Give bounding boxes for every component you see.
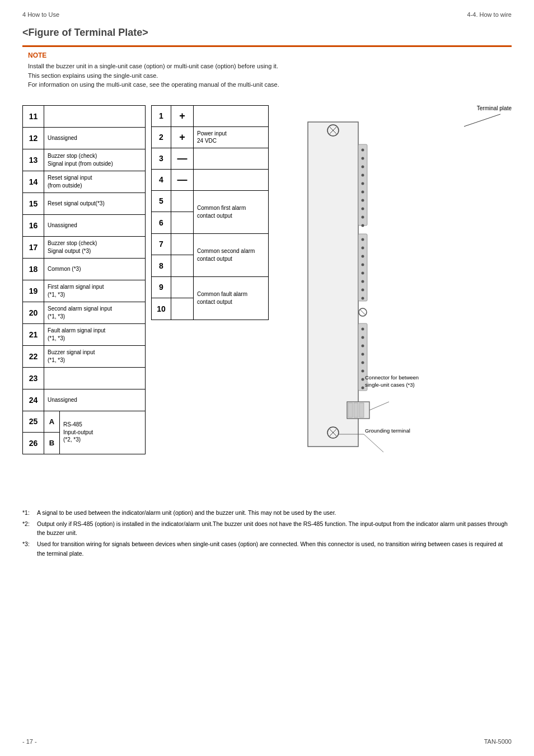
svg-point-42	[362, 361, 364, 364]
svg-point-19	[362, 173, 364, 176]
svg-point-28	[362, 246, 364, 249]
right-sym-10	[171, 298, 193, 320]
svg-line-50	[369, 402, 389, 410]
terminal-label-11	[44, 106, 51, 127]
svg-point-34	[362, 297, 364, 299]
svg-rect-47	[348, 403, 353, 417]
terminal-num-16: 16	[23, 215, 44, 236]
right-sym-3: —	[171, 148, 194, 169]
svg-point-31	[362, 271, 364, 274]
terminal-label-17: Buzzer stop (check)Signal output (*3)	[44, 237, 100, 258]
table-row: 5 6 Common first alarmcontact output	[152, 191, 268, 234]
right-sym-4: —	[171, 170, 194, 190]
svg-point-22	[362, 199, 364, 201]
right-sym-5	[171, 191, 193, 212]
footnotes: *1: A signal to be used between the indi…	[22, 508, 512, 558]
terminal-label-23	[44, 368, 51, 389]
right-sym-1: +	[171, 106, 194, 126]
terminal-num-23: 23	[23, 368, 44, 389]
grounding-label: Grounding terminal	[365, 427, 410, 434]
right-label-4	[194, 170, 200, 190]
note-label: NOTE	[28, 51, 506, 59]
terminal-label-25-26: RS-485Input-output(*2, *3)	[60, 411, 96, 454]
terminal-num-20: 20	[23, 302, 44, 323]
svg-point-23	[362, 207, 364, 210]
svg-point-20	[362, 182, 364, 185]
right-terminals-table: 1 + 2 + Power input24 VDC 3 — 4 —	[151, 105, 269, 320]
svg-point-24	[362, 215, 364, 218]
header-right: 4-4. How to wire	[467, 11, 512, 18]
table-row: 13 Buzzer stop (check)Signal input (from…	[23, 149, 145, 171]
header-left: 4 How to Use	[22, 11, 59, 18]
svg-rect-1	[308, 122, 358, 447]
footnote-marker-1: *1:	[22, 508, 35, 517]
svg-point-43	[362, 369, 364, 372]
footnote-1: *1: A signal to be used between the indi…	[22, 508, 512, 517]
terminal-label-16: Unassigned	[44, 215, 81, 236]
svg-point-38	[362, 327, 364, 330]
footnote-text-1: A signal to be used between the indicato…	[37, 508, 336, 517]
terminal-num-21: 21	[23, 324, 44, 345]
terminal-sub-A: A	[44, 411, 59, 433]
note-line-1: Install the buzzer unit in a single-unit…	[28, 62, 506, 71]
svg-point-30	[362, 263, 364, 266]
table-row: 24 Unassigned	[23, 389, 145, 411]
svg-point-45	[362, 386, 364, 389]
right-label-7-8: Common second alarmcontact output	[194, 234, 258, 276]
terminal-num-11: 11	[23, 106, 44, 127]
svg-rect-49	[359, 403, 364, 417]
terminal-num-25: 25	[23, 411, 44, 433]
svg-point-21	[362, 190, 364, 193]
table-row: 11	[23, 106, 145, 128]
terminal-plate-arrow-svg	[388, 110, 512, 132]
page-footer: - 17 - TAN-5000	[22, 738, 512, 745]
terminal-label-22: Buzzer signal input(*1, *3)	[44, 346, 99, 367]
terminal-num-19: 19	[23, 280, 44, 302]
table-row: 1 +	[152, 106, 268, 127]
note-box: NOTE Install the buzzer unit in a single…	[22, 45, 512, 94]
right-terminals-area: 1 + 2 + Power input24 VDC 3 — 4 —	[151, 105, 269, 320]
right-sym-8	[171, 255, 193, 276]
table-row: 17 Buzzer stop (check)Signal output (*3)	[23, 237, 145, 259]
footer-model: TAN-5000	[484, 738, 512, 745]
right-label-9-10: Common fault alarmcontact output	[194, 277, 251, 320]
section-title: <Figure of Terminal Plate>	[22, 27, 512, 39]
terminal-label-12: Unassigned	[44, 128, 81, 149]
right-num-8: 8	[152, 255, 171, 276]
table-row: 16 Unassigned	[23, 215, 145, 237]
table-row: 19 First alarm signal input(*1, *3)	[23, 280, 145, 302]
connector-label: Connector for between single-unit cases …	[365, 374, 432, 389]
terminal-label-21: Fault alarm signal input(*1, *3)	[44, 324, 109, 345]
right-num-1: 1	[152, 106, 171, 126]
table-row: 25 26 A B RS-485Input-output(*2, *3)	[23, 411, 145, 454]
terminal-num-26: 26	[23, 433, 44, 454]
footnote-marker-3: *3:	[22, 539, 35, 558]
svg-line-55	[364, 434, 383, 452]
terminal-label-15: Reset signal output(*3)	[44, 193, 108, 214]
svg-rect-48	[354, 403, 358, 417]
terminal-num-13: 13	[23, 149, 44, 171]
terminal-num-15: 15	[23, 193, 44, 214]
svg-point-39	[362, 336, 364, 339]
note-line-2: This section explains using the single-u…	[28, 71, 506, 81]
table-row: 3 —	[152, 148, 268, 170]
terminal-label-13: Buzzer stop (check)Signal input (from ou…	[44, 149, 116, 171]
svg-point-18	[362, 165, 364, 168]
table-row: 12 Unassigned	[23, 128, 145, 149]
note-text: Install the buzzer unit in a single-unit…	[28, 62, 506, 90]
footnote-3: *3: Used for transition wiring for signa…	[22, 539, 512, 558]
table-row: 23	[23, 368, 145, 389]
page-header: 4 How to Use 4-4. How to wire	[22, 11, 512, 18]
footnote-2: *2: Output only if RS-485 (option) is in…	[22, 519, 512, 538]
table-row: 20 Second alarm signal input(*1, *3)	[23, 302, 145, 324]
table-row: 4 —	[152, 170, 268, 191]
table-row: 9 10 Common fault alarmcontact output	[152, 277, 268, 320]
svg-point-25	[362, 224, 364, 227]
svg-point-44	[362, 378, 364, 381]
terminal-num-24: 24	[23, 389, 44, 411]
right-label-3	[194, 148, 200, 169]
terminal-num-17: 17	[23, 237, 44, 258]
device-svg	[280, 116, 392, 497]
right-num-10: 10	[152, 298, 171, 320]
svg-point-40	[362, 344, 364, 347]
